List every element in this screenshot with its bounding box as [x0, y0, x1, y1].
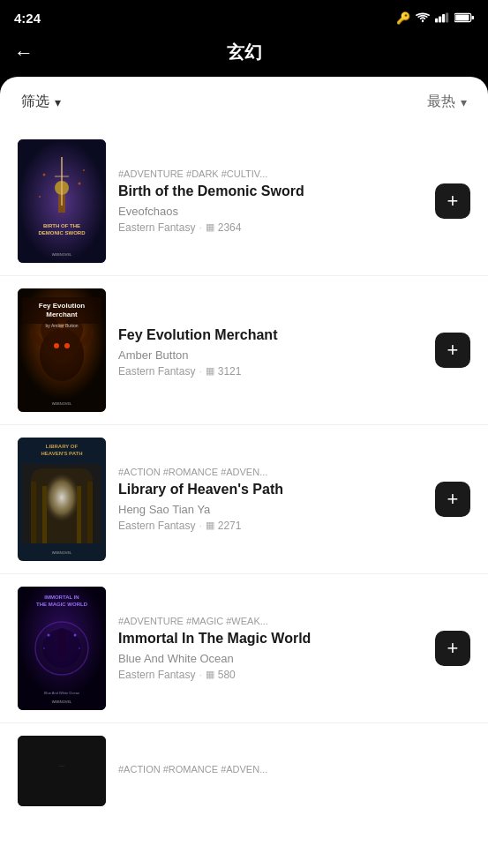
page-title: 玄幻: [227, 41, 262, 64]
chapter-icon: ▦: [206, 365, 214, 377]
svg-text:WEBNOVEL: WEBNOVEL: [52, 550, 72, 555]
svg-rect-3: [442, 14, 445, 23]
meta-separator: ·: [199, 221, 201, 234]
svg-point-44: [43, 647, 45, 649]
svg-text:...: ...: [59, 761, 64, 767]
svg-point-31: [42, 468, 81, 521]
book-meta: Eastern Fantasy · ▦ 2271: [118, 520, 423, 532]
svg-point-45: [79, 647, 80, 649]
svg-point-16: [79, 183, 81, 185]
filter-left[interactable]: 筛选 ▾: [21, 93, 61, 111]
svg-point-42: [48, 634, 50, 637]
status-bar: 4:24 🔑: [0, 0, 488, 32]
svg-point-43: [74, 634, 77, 637]
book-author: Heng Sao Tian Ya: [118, 503, 423, 516]
svg-rect-2: [439, 16, 441, 22]
book-title: Fey Evolution Merchant: [118, 326, 423, 345]
book-info: #ADVENTURE #DARK #CULTIV... Birth of the…: [118, 168, 423, 234]
book-info: Fey Evolution Merchant Amber Button East…: [118, 323, 423, 378]
filter-chevron-icon: ▾: [55, 95, 61, 109]
meta-separator: ·: [199, 520, 201, 532]
svg-text:IMMORTAL IN: IMMORTAL IN: [44, 595, 79, 600]
add-button[interactable]: +: [435, 333, 470, 368]
battery-icon: [454, 12, 474, 23]
svg-text:DEMONIC SWORD: DEMONIC SWORD: [39, 230, 86, 236]
status-time: 4:24: [14, 11, 41, 26]
svg-rect-32: [31, 482, 36, 543]
add-button[interactable]: +: [435, 631, 470, 666]
signal-icon: [435, 12, 449, 23]
add-button[interactable]: +: [435, 482, 470, 517]
book-tags: #ADVENTURE #MAGIC #WEAK...: [118, 616, 423, 626]
status-icons: 🔑: [396, 11, 474, 25]
svg-text:THE MAGIC WORLD: THE MAGIC WORLD: [36, 602, 88, 607]
book-chapters: 580: [218, 669, 236, 681]
add-button[interactable]: +: [435, 183, 470, 219]
svg-text:by Amber Button: by Amber Button: [46, 323, 79, 328]
header: ← 玄幻: [0, 32, 488, 77]
list-item: BIRTH OF THE DEMONIC SWORD WEBNOVEL #ADV…: [0, 127, 488, 276]
svg-text:WEBNOVEL: WEBNOVEL: [52, 700, 72, 704]
svg-text:Fey Evolution: Fey Evolution: [39, 302, 86, 310]
book-cover: BIRTH OF THE DEMONIC SWORD WEBNOVEL: [18, 139, 106, 263]
book-meta: Eastern Fantasy · ▦ 2364: [118, 221, 423, 234]
svg-point-23: [64, 343, 70, 348]
book-tags: #ACTION #ROMANCE #ADVEN...: [118, 764, 470, 774]
svg-rect-35: [77, 486, 81, 543]
main-card: 筛选 ▾ 最热 ▾: [0, 77, 488, 868]
svg-point-18: [83, 169, 85, 171]
svg-text:HEAVEN'S PATH: HEAVEN'S PATH: [41, 451, 82, 456]
book-tags: #ADVENTURE #DARK #CULTIV...: [118, 168, 423, 179]
meta-separator: ·: [199, 669, 201, 681]
sort-chevron-icon: ▾: [461, 95, 467, 109]
filter-label: 筛选: [21, 93, 49, 111]
book-cover: LIBRARY OF HEAVEN'S PATH WEBNOVEL: [18, 438, 106, 561]
book-tags: #ACTION #ROMANCE #ADVEN...: [118, 467, 423, 477]
svg-text:Blue And White Ocean: Blue And White Ocean: [44, 691, 79, 695]
svg-rect-4: [446, 12, 448, 22]
book-title: Birth of the Demonic Sword: [118, 183, 423, 201]
book-genre: Eastern Fantasy: [118, 365, 195, 378]
svg-rect-46: [58, 635, 65, 657]
book-meta: Eastern Fantasy · ▦ 580: [118, 669, 423, 681]
book-genre: Eastern Fantasy: [118, 520, 195, 532]
svg-point-47: [57, 628, 66, 637]
filter-right[interactable]: 最热 ▾: [427, 93, 467, 111]
book-info: #ACTION #ROMANCE #ADVEN... Library of He…: [118, 467, 423, 532]
chapter-icon: ▦: [206, 221, 214, 233]
svg-text:LIBRARY OF: LIBRARY OF: [46, 444, 79, 449]
book-author: Amber Button: [118, 348, 423, 362]
book-title: Immortal In The Magic World: [118, 630, 423, 648]
chapter-icon: ▦: [206, 520, 214, 531]
book-chapters: 2364: [218, 221, 242, 234]
book-info: #ACTION #ROMANCE #ADVEN...: [118, 764, 470, 778]
list-item: IMMORTAL IN THE MAGIC WORLD Blue And Whi…: [0, 574, 488, 723]
book-info: #ADVENTURE #MAGIC #WEAK... Immortal In T…: [118, 616, 423, 681]
filter-bar: 筛选 ▾ 最热 ▾: [0, 77, 488, 120]
book-cover: ...: [18, 736, 106, 806]
svg-rect-33: [87, 482, 93, 543]
list-item: Fey Evolution Merchant by Amber Button W…: [0, 276, 488, 425]
svg-rect-7: [455, 15, 469, 21]
svg-text:Merchant: Merchant: [46, 311, 78, 318]
svg-rect-6: [471, 16, 474, 19]
back-button[interactable]: ←: [14, 41, 34, 64]
book-author: Eveofchaos: [118, 205, 423, 218]
book-list: BIRTH OF THE DEMONIC SWORD WEBNOVEL #ADV…: [0, 120, 488, 826]
book-cover: Fey Evolution Merchant by Amber Button W…: [18, 288, 106, 412]
book-genre: Eastern Fantasy: [118, 221, 195, 234]
book-cover: IMMORTAL IN THE MAGIC WORLD Blue And Whi…: [18, 587, 106, 710]
svg-text:WEBNOVEL: WEBNOVEL: [52, 401, 72, 406]
svg-text:BIRTH OF THE: BIRTH OF THE: [43, 223, 80, 228]
meta-separator: ·: [199, 365, 201, 378]
book-title: Library of Heaven's Path: [118, 481, 423, 499]
list-item: LIBRARY OF HEAVEN'S PATH WEBNOVEL #ACTIO…: [0, 425, 488, 574]
wifi-icon: [416, 12, 430, 23]
book-chapters: 2271: [218, 520, 242, 532]
key-icon: 🔑: [396, 11, 410, 25]
svg-rect-52: [18, 736, 106, 806]
list-item-partial: ... #ACTION #ROMANCE #ADVEN...: [0, 723, 488, 819]
svg-point-0: [422, 20, 424, 22]
svg-point-15: [43, 174, 46, 176]
chapter-icon: ▦: [206, 669, 214, 680]
